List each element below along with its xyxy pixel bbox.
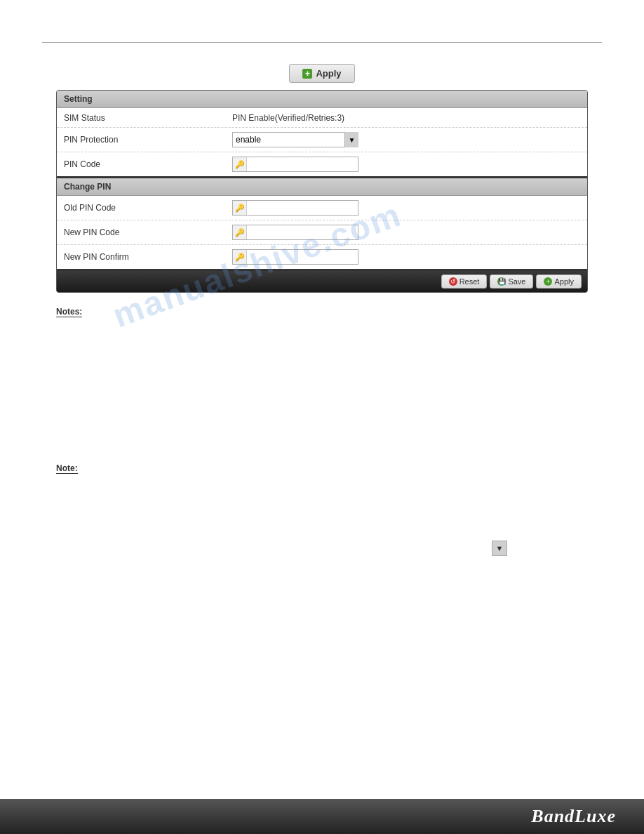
pin-protection-row: PIN Protection enable disable ▼ [57, 128, 587, 152]
setting-header: Setting [57, 91, 587, 108]
old-pin-input[interactable] [247, 201, 358, 215]
pin-code-input-wrapper: 🔑 [232, 157, 358, 172]
new-pin-confirm-input[interactable] [247, 250, 358, 264]
pin-protection-select[interactable]: enable disable [232, 132, 358, 147]
new-pin-label: New PIN Code [64, 227, 232, 237]
apply-top-area: + Apply [0, 64, 644, 83]
dropdown-hint-box[interactable]: ▼ [492, 541, 507, 556]
apply-bottom-icon: + [544, 277, 552, 286]
reset-icon: ↺ [449, 277, 457, 286]
new-pin-input[interactable] [247, 225, 358, 239]
top-divider [42, 42, 602, 43]
pin-code-row: PIN Code 🔑 [57, 152, 587, 176]
pin-protection-input-area: enable disable ▼ [232, 132, 358, 147]
new-pin-confirm-input-wrapper: 🔑 [232, 249, 358, 265]
notes-title-2: Note: [56, 463, 78, 474]
pin-code-input[interactable] [247, 157, 358, 171]
sim-status-label: SIM Status [64, 113, 232, 123]
pin-protection-label: PIN Protection [64, 135, 232, 145]
pin-code-key-icon: 🔑 [233, 157, 247, 171]
dropdown-hint-area: ▼ [492, 541, 507, 556]
new-pin-confirm-label: New PIN Confirm [64, 252, 232, 262]
new-pin-confirm-key-icon: 🔑 [233, 250, 247, 264]
old-pin-input-wrapper: 🔑 [232, 200, 358, 216]
bottom-toolbar: ↺ Reset 💾 Save + Apply [57, 271, 587, 292]
save-icon: 💾 [497, 277, 506, 286]
new-pin-confirm-row: New PIN Confirm 🔑 [57, 245, 587, 269]
new-pin-key-icon: 🔑 [233, 225, 247, 239]
apply-bottom-button[interactable]: + Apply [536, 274, 582, 289]
save-button[interactable]: 💾 Save [490, 274, 533, 289]
apply-top-button[interactable]: + Apply [289, 64, 354, 83]
change-pin-header: Change PIN [57, 178, 587, 196]
footer: BandLuxe [0, 799, 644, 834]
setting-section: Setting SIM Status PIN Enable(Verified/R… [57, 91, 587, 178]
apply-top-label: Apply [316, 68, 341, 79]
sim-status-value: PIN Enable(Verified/Retries:3) [232, 113, 344, 123]
pin-code-label: PIN Code [64, 159, 232, 169]
new-pin-input-wrapper: 🔑 [232, 225, 358, 240]
new-pin-row: New PIN Code 🔑 [57, 220, 587, 245]
apply-plus-icon: + [302, 69, 312, 79]
reset-label: Reset [459, 277, 480, 286]
notes-title-1: Notes: [56, 307, 82, 317]
save-label: Save [508, 277, 525, 286]
footer-logo-part2: Luxe [575, 806, 616, 826]
notes-section-1: Notes: [56, 307, 588, 323]
footer-logo-part1: Band [531, 806, 575, 826]
sim-status-row: SIM Status PIN Enable(Verified/Retries:3… [57, 108, 587, 128]
notes-section-2: Note: [56, 463, 588, 479]
old-pin-row: Old PIN Code 🔑 [57, 196, 587, 220]
change-pin-section: Change PIN Old PIN Code 🔑 New PIN Code 🔑… [57, 178, 587, 271]
old-pin-key-icon: 🔑 [233, 201, 247, 215]
reset-button[interactable]: ↺ Reset [441, 274, 488, 289]
old-pin-label: Old PIN Code [64, 203, 232, 213]
footer-logo: BandLuxe [531, 806, 616, 827]
apply-bottom-label: Apply [554, 277, 574, 286]
pin-protection-select-wrapper: enable disable ▼ [232, 132, 358, 147]
main-panel: Setting SIM Status PIN Enable(Verified/R… [56, 90, 588, 293]
